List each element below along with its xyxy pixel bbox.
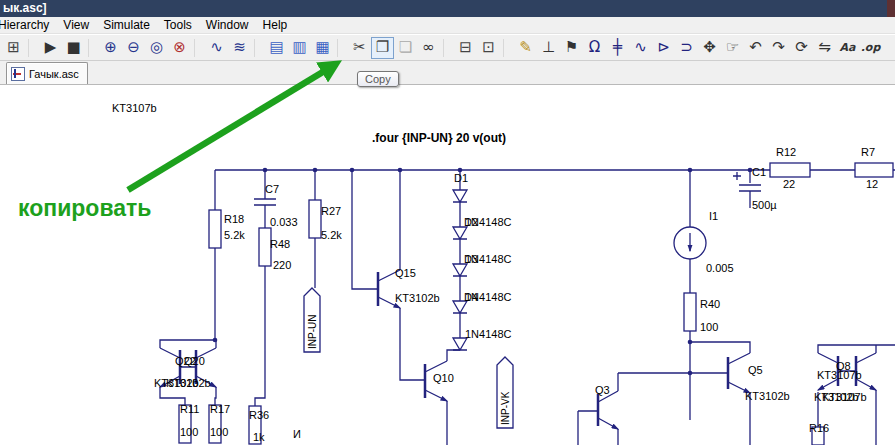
toolbar-separator: [28, 39, 36, 57]
resistor-r12[interactable]: [770, 163, 810, 177]
q20-emitter[interactable]: [160, 376, 180, 387]
tile-horizontal-icon[interactable]: ▤: [265, 37, 288, 59]
transistor-bars[interactable]: [180, 272, 856, 426]
ltspice-window: ык.asc] HierarchyViewSimulateToolsWindow…: [0, 0, 895, 445]
wire-icon[interactable]: ✎: [514, 37, 537, 59]
schematic-drawing: INP-UN INP-VK: [0, 85, 895, 445]
q5-emitter[interactable]: [728, 382, 750, 393]
zoom-extents-icon[interactable]: ⊗: [168, 37, 191, 59]
find-icon[interactable]: ∞: [417, 37, 440, 59]
q8-emitter[interactable]: [818, 379, 838, 390]
tab-bar: Гачык.asc: [0, 61, 895, 85]
halt-icon[interactable]: ■: [62, 37, 85, 59]
cut-icon[interactable]: ✂: [348, 37, 371, 59]
schematic-canvas[interactable]: INP-UN INP-VK: [0, 85, 895, 445]
resistor-icon[interactable]: Ω: [583, 37, 606, 59]
resistor-r16[interactable]: [812, 427, 824, 445]
new-schematic-icon[interactable]: ⊞: [2, 37, 25, 59]
resistor-r40[interactable]: [684, 293, 696, 331]
undo-icon[interactable]: ↶: [744, 37, 767, 59]
toolbar-separator: [443, 39, 451, 57]
title-bar[interactable]: ык.asc]: [0, 0, 887, 17]
print-icon[interactable]: ⊟: [454, 37, 477, 59]
q8b-emitter[interactable]: [856, 379, 876, 390]
resistor-r27[interactable]: [309, 200, 321, 238]
toolbar: ⊞▶■⊕⊖◎⊗∿≋▤▥▦✂❐❏∞⊟⊡✎⊥⚑Ω╪∿⊳⊃✥☞↶↷⟳⇋Aa.op: [0, 35, 895, 61]
inductor-icon[interactable]: ∿: [629, 37, 652, 59]
toolbar-separator: [254, 39, 262, 57]
ground-icon[interactable]: ⊥: [537, 37, 560, 59]
wires[interactable]: [160, 170, 895, 445]
net-flag-label-inp-vk[interactable]: INP-VK: [500, 391, 511, 425]
zoom-area-icon[interactable]: ◎: [145, 37, 168, 59]
copy-tooltip-text: Copy: [365, 73, 391, 85]
resistor-r7[interactable]: [855, 163, 893, 177]
desktop-background-edge: [887, 0, 895, 17]
transistor-collectors[interactable]: [160, 270, 876, 402]
capacitor-c7[interactable]: [254, 199, 276, 205]
mirror-icon[interactable]: ⇋: [813, 37, 836, 59]
toolbar-separator: [88, 39, 96, 57]
menu-item-tools[interactable]: Tools: [157, 17, 199, 33]
run-icon[interactable]: ▶: [39, 37, 62, 59]
menu-item-hierarchy[interactable]: Hierarchy: [0, 17, 56, 33]
resistor-r48[interactable]: [259, 228, 271, 266]
tile-vertical-icon[interactable]: ▥: [288, 37, 311, 59]
annotation-text: копировать: [18, 195, 151, 222]
diode-icon[interactable]: ⊳: [652, 37, 675, 59]
paste-icon: ❏: [394, 37, 417, 59]
menu-item-simulate[interactable]: Simulate: [96, 17, 157, 33]
toolbar-separator: [503, 39, 511, 57]
net-flag-label-inp-un[interactable]: INP-UN: [307, 315, 318, 349]
move-icon[interactable]: ✥: [698, 37, 721, 59]
menu-item-window[interactable]: Window: [199, 17, 256, 33]
autorange-icon[interactable]: ∿: [205, 37, 228, 59]
tab-gachyk-asc[interactable]: Гачык.asc: [6, 62, 88, 84]
rotate-icon[interactable]: ⟳: [790, 37, 813, 59]
menu-item-view[interactable]: View: [56, 17, 96, 33]
print-preview-icon[interactable]: ⊡: [477, 37, 500, 59]
resistor-r36[interactable]: [249, 406, 261, 444]
zoom-in-icon[interactable]: ⊕: [99, 37, 122, 59]
q3-emitter[interactable]: [598, 418, 618, 429]
menu-item-help[interactable]: Help: [256, 17, 295, 33]
menu-bar: HierarchyViewSimulateToolsWindowHelp: [0, 17, 895, 34]
net-label-icon[interactable]: ⚑: [560, 37, 583, 59]
spice-directive-icon[interactable]: .op: [859, 37, 882, 59]
resistor-r18[interactable]: [209, 210, 221, 248]
q15-emitter[interactable]: [378, 297, 400, 308]
zoom-out-icon[interactable]: ⊖: [122, 37, 145, 59]
resistor-r11[interactable]: [179, 405, 191, 443]
copy-tooltip: Copy: [357, 71, 399, 87]
window-title: ык.asc]: [3, 1, 47, 15]
tab-label: Гачык.asc: [29, 68, 79, 80]
capacitor-c1[interactable]: [733, 172, 761, 191]
cascade-windows-icon[interactable]: ▦: [311, 37, 334, 59]
junction-dots: [213, 168, 753, 376]
component-icon[interactable]: ⊃: [675, 37, 698, 59]
redo-icon[interactable]: ↷: [767, 37, 790, 59]
drag-icon[interactable]: ☞: [721, 37, 744, 59]
copy-icon[interactable]: ❐: [371, 37, 394, 59]
text-icon[interactable]: Aa: [836, 37, 859, 59]
toolbar-separator: [194, 39, 202, 57]
q10-emitter[interactable]: [425, 390, 447, 401]
plot-settings-icon[interactable]: ≋: [228, 37, 251, 59]
capacitor-icon[interactable]: ╪: [606, 37, 629, 59]
q22-emitter[interactable]: [196, 376, 216, 387]
schematic-file-icon: [11, 67, 25, 81]
toolbar-separator: [337, 39, 345, 57]
resistor-r17[interactable]: [209, 405, 221, 443]
